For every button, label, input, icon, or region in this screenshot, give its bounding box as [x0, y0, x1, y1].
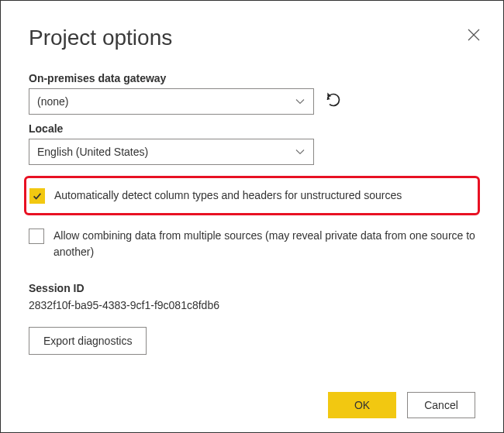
allow-combine-label: Allow combining data from multiple sourc… [54, 228, 475, 260]
locale-label: Locale [29, 122, 475, 135]
ok-button[interactable]: OK [328, 392, 396, 418]
refresh-button[interactable] [325, 93, 342, 110]
highlighted-option: Automatically detect column types and he… [24, 176, 480, 215]
gateway-select[interactable]: (none) [29, 88, 314, 115]
auto-detect-checkbox[interactable] [29, 188, 45, 204]
close-button[interactable] [463, 26, 485, 47]
close-icon [468, 29, 480, 44]
cancel-button[interactable]: Cancel [407, 392, 475, 418]
refresh-icon [326, 92, 341, 111]
auto-detect-label: Automatically detect column types and he… [54, 187, 402, 204]
session-id-value: 2832f10f-ba95-4383-9cf1-f9c081c8fdb6 [29, 299, 475, 311]
chevron-down-icon [295, 146, 306, 157]
gateway-label: On-premises data gateway [29, 72, 475, 84]
allow-combine-checkbox[interactable] [29, 229, 44, 244]
session-id-label: Session ID [29, 282, 475, 294]
dialog-footer: OK Cancel [328, 392, 475, 418]
locale-select[interactable]: English (United States) [29, 139, 314, 165]
chevron-down-icon [295, 96, 306, 107]
gateway-selected-value: (none) [37, 95, 295, 108]
locale-selected-value: English (United States) [37, 146, 295, 158]
dialog-title: Project options [29, 26, 475, 50]
export-diagnostics-button[interactable]: Export diagnostics [29, 327, 147, 355]
project-options-dialog: Project options On-premises data gateway… [9, 26, 495, 433]
